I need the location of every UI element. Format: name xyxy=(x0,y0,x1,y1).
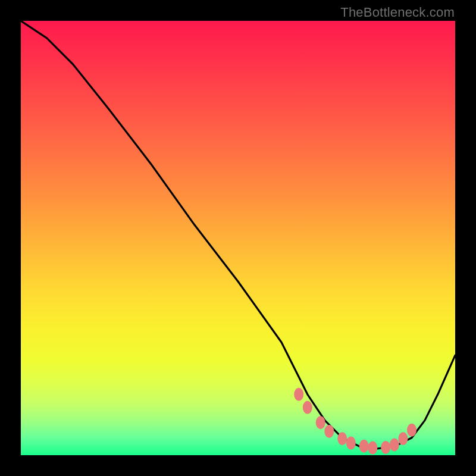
bottleneck-curve xyxy=(21,21,455,449)
bottleneck-marker xyxy=(346,437,356,450)
chart-frame: TheBottleneck.com xyxy=(0,0,476,476)
plot-area xyxy=(21,21,455,455)
bottleneck-marker xyxy=(324,425,334,438)
bottleneck-marker xyxy=(398,432,408,445)
chart-svg xyxy=(21,21,455,455)
bottleneck-marker xyxy=(359,440,369,453)
watermark-text: TheBottleneck.com xyxy=(340,5,455,20)
bottleneck-marker xyxy=(337,432,347,445)
bottleneck-marker xyxy=(303,401,312,414)
bottleneck-marker xyxy=(381,441,390,454)
bottleneck-marker xyxy=(316,416,325,429)
bottleneck-marker xyxy=(390,439,399,452)
bottleneck-marker xyxy=(368,441,377,455)
bottleneck-marker xyxy=(407,424,416,437)
bottleneck-marker xyxy=(294,388,303,401)
bottleneck-zone-markers xyxy=(294,388,416,455)
